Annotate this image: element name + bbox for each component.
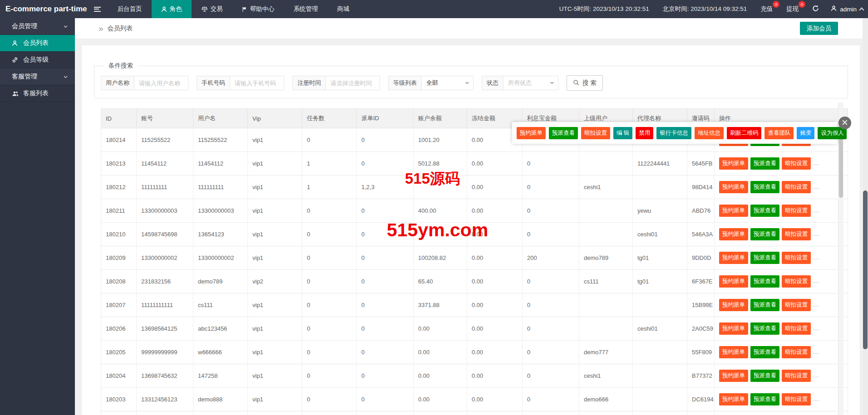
sidebar-toggle-button[interactable] xyxy=(87,0,108,18)
more-actions-button[interactable]: ... xyxy=(813,301,819,308)
cell-invite: 5645FB xyxy=(687,152,715,176)
topnav-item[interactable]: 商城 xyxy=(328,0,359,18)
row-action-button[interactable]: 暗扣设置 xyxy=(782,370,811,382)
popup-action-button[interactable]: 禁用 xyxy=(636,127,653,139)
row-action-button[interactable]: 暗扣设置 xyxy=(782,181,811,193)
more-actions-button[interactable]: ... xyxy=(813,372,819,379)
cell-username: w666666 xyxy=(193,341,248,364)
page-scrollbar[interactable] xyxy=(863,18,868,415)
close-popup-button[interactable] xyxy=(838,117,851,129)
popup-action-button[interactable]: 银行卡信息 xyxy=(656,127,691,139)
cell-tasks: 0 xyxy=(302,293,357,317)
topnav-item[interactable]: 系统管理 xyxy=(284,0,328,18)
sidebar-item-会员列表[interactable]: 会员列表 xyxy=(0,35,75,52)
cell-balance: 1001.20 xyxy=(414,128,467,152)
table-row: 18020599999999999w666666vip1000.000.000d… xyxy=(101,341,848,364)
row-action-button[interactable]: 暗扣设置 xyxy=(782,322,811,335)
regtime-filter-input[interactable] xyxy=(326,76,380,90)
cell-balance: 0.00 xyxy=(414,364,467,388)
level-select[interactable]: 全部 xyxy=(421,76,473,90)
row-action-button[interactable]: 暗扣设置 xyxy=(782,157,811,170)
topnav-item[interactable]: 交易 xyxy=(192,0,232,18)
row-action-button[interactable]: 暗扣设置 xyxy=(782,299,811,311)
withdraw-link[interactable]: 提现 0 xyxy=(786,5,799,13)
cell-interest: 0 xyxy=(523,270,579,293)
phone-filter-input[interactable] xyxy=(230,76,284,90)
more-actions-button[interactable]: ... xyxy=(813,325,819,332)
cell-balance: 0.00 xyxy=(414,341,467,364)
row-action-button[interactable]: 暗扣设置 xyxy=(782,228,811,240)
add-member-button[interactable]: 添加会员 xyxy=(800,22,838,35)
row-action-button[interactable]: 预约派单 xyxy=(719,157,748,170)
more-actions-button[interactable]: ... xyxy=(813,230,819,237)
more-actions-button[interactable]: ... xyxy=(813,207,819,214)
row-action-button[interactable]: 暗扣设置 xyxy=(782,346,811,358)
page-scrollbar-thumb[interactable] xyxy=(863,190,868,349)
sidebar-group[interactable]: 会员管理 xyxy=(0,18,75,35)
popup-action-button[interactable]: 地址信息 xyxy=(695,127,724,139)
cell-vip: vip1 xyxy=(248,152,302,176)
row-action-button[interactable]: 预派查看 xyxy=(750,275,779,288)
recharge-link[interactable]: 充值 0 xyxy=(760,5,773,13)
row-action-button[interactable]: 暗扣设置 xyxy=(782,252,811,264)
row-action-button[interactable]: 预派查看 xyxy=(750,370,779,382)
row-action-button[interactable]: 暗扣设置 xyxy=(782,205,811,217)
sidebar-item-客服列表[interactable]: 客服列表 xyxy=(0,85,75,102)
row-action-button[interactable]: 预约派单 xyxy=(719,322,748,335)
topnav-item[interactable]: 帮助中心 xyxy=(232,0,284,18)
row-action-button[interactable]: 预派查看 xyxy=(750,157,779,170)
popup-action-button[interactable]: 预约派单 xyxy=(517,127,546,139)
more-actions-button[interactable]: ... xyxy=(813,254,819,261)
sidebar-group[interactable]: 客服管理 xyxy=(0,68,75,85)
row-action-button[interactable]: 预派查看 xyxy=(750,393,779,405)
row-action-button[interactable]: 暗扣设置 xyxy=(782,275,811,288)
row-action-button[interactable]: 预派查看 xyxy=(750,299,779,311)
cell-frozen: 0.00 xyxy=(467,152,523,176)
row-action-button[interactable]: 预约派单 xyxy=(719,228,748,240)
row-action-button[interactable]: 预派查看 xyxy=(750,228,779,240)
cell-balance: 400.00 xyxy=(414,199,467,223)
username-filter-label: 用户名称 xyxy=(101,76,134,90)
topnav-item[interactable]: 角色 xyxy=(152,0,192,18)
row-action-button[interactable]: 预派查看 xyxy=(750,252,779,264)
row-action-button[interactable]: 预约派单 xyxy=(719,346,748,358)
more-actions-button[interactable]: ... xyxy=(813,348,819,355)
row-action-button[interactable]: 预派查看 xyxy=(750,181,779,193)
popup-action-button[interactable]: 编 辑 xyxy=(613,127,632,139)
utc-time: UTC-5时间: 2023/10/13 20:32:51 xyxy=(559,5,649,13)
table-scrollbar[interactable] xyxy=(838,103,843,415)
popup-action-button[interactable]: 查看团队 xyxy=(764,127,794,139)
popup-action-button[interactable]: 暗扣设置 xyxy=(581,127,610,139)
search-button[interactable]: 搜 索 xyxy=(567,75,603,91)
topnav-item[interactable]: 后台首页 xyxy=(108,0,152,18)
popup-action-button[interactable]: 刷新二维码 xyxy=(727,127,762,139)
row-action-button[interactable]: 预约派单 xyxy=(719,252,748,264)
cell-balance: 5012.88 xyxy=(414,152,467,176)
row-action-button[interactable]: 预约派单 xyxy=(719,181,748,193)
level-filter: 等级列表 全部 xyxy=(388,76,473,90)
row-action-button[interactable]: 预约派单 xyxy=(719,275,748,288)
status-select[interactable]: 所有状态 xyxy=(503,76,558,90)
popup-action-button[interactable]: 账变 xyxy=(797,127,814,139)
row-action-button[interactable]: 预约派单 xyxy=(719,205,748,217)
more-actions-button[interactable]: ... xyxy=(813,395,819,402)
row-action-button[interactable]: 预派查看 xyxy=(750,322,779,335)
row-action-button[interactable]: 暗扣设置 xyxy=(782,393,811,405)
close-icon xyxy=(842,119,848,127)
row-action-button[interactable]: 预约派单 xyxy=(719,299,748,311)
more-actions-button[interactable]: ... xyxy=(813,278,819,284)
popup-action-button[interactable]: 预派查看 xyxy=(549,127,578,139)
row-action-button[interactable]: 预派查看 xyxy=(750,205,779,217)
cell-tasks: 0 xyxy=(302,341,357,364)
row-action-button[interactable]: 预派查看 xyxy=(750,346,779,358)
more-actions-button[interactable]: ... xyxy=(813,183,819,190)
user-menu[interactable]: admin xyxy=(831,5,863,13)
breadcrumb-bar: 会员列表 添加会员 xyxy=(75,18,868,39)
more-actions-button[interactable]: ... xyxy=(813,160,819,166)
username-filter-input[interactable] xyxy=(134,76,188,90)
sidebar-item-会员等级[interactable]: 会员等级 xyxy=(0,52,75,68)
refresh-button[interactable] xyxy=(812,5,819,13)
row-action-button[interactable]: 预约派单 xyxy=(719,393,748,405)
member-table: ID账号用户名Vip任务数派单ID账户余额冻结金额利息宝金额上级用户代理名称邀请… xyxy=(101,108,848,415)
row-action-button[interactable]: 预约派单 xyxy=(719,370,748,382)
